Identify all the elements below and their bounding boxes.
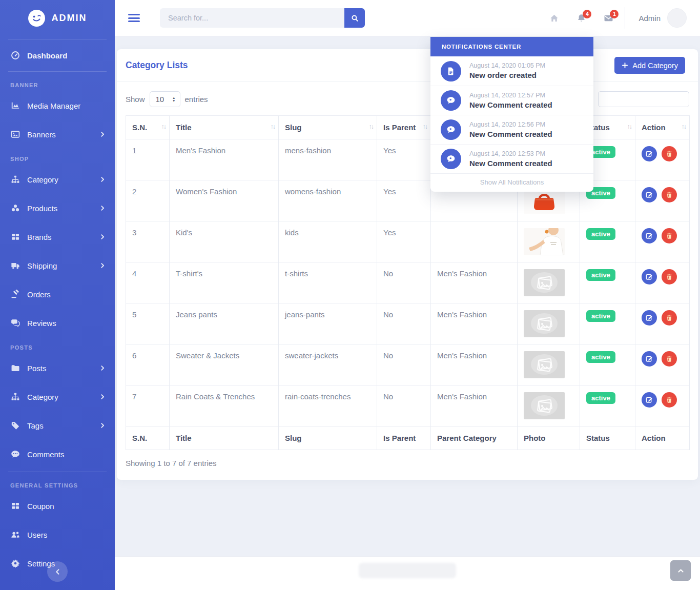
cell-slug: rain-coats-trenches: [279, 385, 377, 426]
notification-text: New Comment created: [469, 129, 552, 139]
sidebar-item-category[interactable]: Category: [0, 382, 115, 411]
user-menu[interactable]: Admin: [639, 8, 687, 28]
notification-item[interactable]: August 14, 2020 12:57 PM New Comment cre…: [430, 86, 593, 115]
sidebar-section-label: POSTS: [0, 337, 115, 354]
cell-is-parent: Yes: [377, 180, 431, 221]
sidebar-item-posts[interactable]: Posts: [0, 354, 115, 382]
table-search-input[interactable]: [598, 91, 689, 107]
sidebar-item-orders[interactable]: Orders: [0, 280, 115, 309]
page-size-select[interactable]: 10 ▲▼: [150, 91, 180, 107]
photo-placeholder-icon: [524, 269, 565, 296]
notification-item[interactable]: August 14, 2020 12:56 PM New Comment cre…: [430, 115, 593, 144]
user-name: Admin: [639, 14, 661, 23]
tags-icon: [11, 421, 20, 430]
delete-button[interactable]: [662, 269, 677, 284]
sidebar-item-banners[interactable]: Banners: [0, 120, 115, 149]
status-badge: active: [586, 392, 615, 404]
chevron-right-icon: [99, 394, 106, 400]
messages-button[interactable]: 1: [604, 13, 613, 23]
delete-button[interactable]: [662, 228, 677, 243]
cell-action: [635, 385, 690, 426]
edit-button[interactable]: [642, 269, 657, 284]
cell-photo: [518, 221, 580, 262]
show-all-notifications-link[interactable]: Show All Notifications: [430, 173, 593, 192]
delete-button[interactable]: [662, 187, 677, 202]
sidebar-item-brands[interactable]: Brands: [0, 222, 115, 251]
edit-button[interactable]: [642, 228, 657, 243]
trash-icon: [666, 273, 673, 280]
search-button[interactable]: [344, 8, 365, 28]
search-input[interactable]: [160, 8, 344, 28]
chevron-right-icon: [99, 365, 106, 371]
add-category-button[interactable]: Add Category: [614, 57, 685, 74]
sidebar-item-category[interactable]: Category: [0, 165, 115, 194]
col-slug[interactable]: Slug↑↓: [279, 116, 377, 139]
sort-icon: ↑↓: [682, 123, 686, 130]
cubes-icon: [11, 204, 20, 213]
cell-status: active: [580, 303, 635, 344]
notifications-button[interactable]: 4: [577, 13, 586, 23]
home-icon: [549, 13, 559, 23]
cell-status: active: [580, 221, 635, 262]
sidebar-item-users[interactable]: Users: [0, 520, 115, 549]
col-s-n[interactable]: S.N.↑↓: [126, 116, 170, 139]
brand[interactable]: ADMIN: [0, 0, 115, 36]
trash-icon: [666, 314, 673, 321]
sidebar-section-label: SHOP: [0, 149, 115, 165]
edit-button[interactable]: [642, 351, 657, 367]
col-title[interactable]: Title↑↓: [170, 116, 279, 139]
sitemap-icon: [11, 392, 20, 401]
notifications-title: Notifications Center: [430, 37, 593, 56]
select-arrows-icon: ▲▼: [172, 96, 175, 102]
notification-text: New Comment created: [469, 158, 552, 169]
cell-status: active: [580, 344, 635, 385]
edit-button[interactable]: [642, 187, 657, 202]
sidebar-item-media-manager[interactable]: Media Manager: [0, 91, 115, 120]
cell-is-parent: Yes: [377, 139, 431, 180]
home-button[interactable]: [549, 13, 559, 23]
sidebar-item-reviews[interactable]: Reviews: [0, 309, 115, 337]
cell-photo: [518, 303, 580, 344]
notification-item[interactable]: August 14, 2020 12:53 PM New Comment cre…: [430, 144, 593, 173]
col-action[interactable]: Action↑↓: [635, 116, 690, 139]
delete-button[interactable]: [662, 310, 677, 325]
grid-icon: [11, 232, 20, 241]
delete-button[interactable]: [662, 146, 677, 161]
photo-placeholder-icon: [524, 351, 565, 378]
sidebar-item-tags[interactable]: Tags: [0, 411, 115, 440]
notification-text: New Comment created: [469, 100, 552, 110]
col-status: Status: [580, 426, 635, 450]
sidebar-item-coupon[interactable]: Coupon: [0, 492, 115, 520]
brand-name: ADMIN: [52, 13, 87, 24]
edit-icon: [646, 191, 653, 198]
sidebar-section-label: GENERAL SETTINGS: [0, 475, 115, 492]
edit-icon: [646, 273, 653, 280]
main-content: Category Lists Add Category Show 10 ▲▼ e…: [115, 36, 700, 590]
sidebar-item-dashboard[interactable]: Dashboard: [0, 43, 115, 68]
hamburger-menu-icon[interactable]: [128, 12, 140, 24]
cell-parent-category: Men's Fashion: [431, 344, 518, 385]
sidebar-item-shipping[interactable]: Shipping: [0, 251, 115, 280]
sidebar: ADMIN Dashboard BANNER Media Manager Ban…: [0, 0, 115, 590]
cell-is-parent: No: [377, 303, 431, 344]
col-is-parent[interactable]: Is Parent↑↓: [377, 116, 431, 139]
scroll-to-top-button[interactable]: [670, 560, 691, 581]
sidebar-item-comments[interactable]: Comments: [0, 440, 115, 469]
delete-button[interactable]: [662, 351, 677, 367]
sidebar-section-label: BANNER: [0, 75, 115, 91]
notification-item[interactable]: August 14, 2020 01:05 PM New order creat…: [430, 56, 593, 86]
edit-button[interactable]: [642, 310, 657, 325]
cell-sn: 3: [126, 221, 170, 262]
cell-title: T-shirt's: [170, 262, 279, 303]
edit-button[interactable]: [642, 392, 657, 408]
delete-button[interactable]: [662, 392, 677, 408]
sitemap-icon: [11, 175, 20, 184]
cell-parent-category: [431, 221, 518, 262]
sidebar-item-products[interactable]: Products: [0, 194, 115, 222]
notification-text: New order created: [469, 70, 545, 80]
cell-slug: womens-fashion: [279, 180, 377, 221]
chevron-right-icon: [99, 131, 106, 137]
edit-button[interactable]: [642, 146, 657, 161]
cell-is-parent: No: [377, 385, 431, 426]
sidebar-collapse-button[interactable]: [47, 561, 68, 582]
